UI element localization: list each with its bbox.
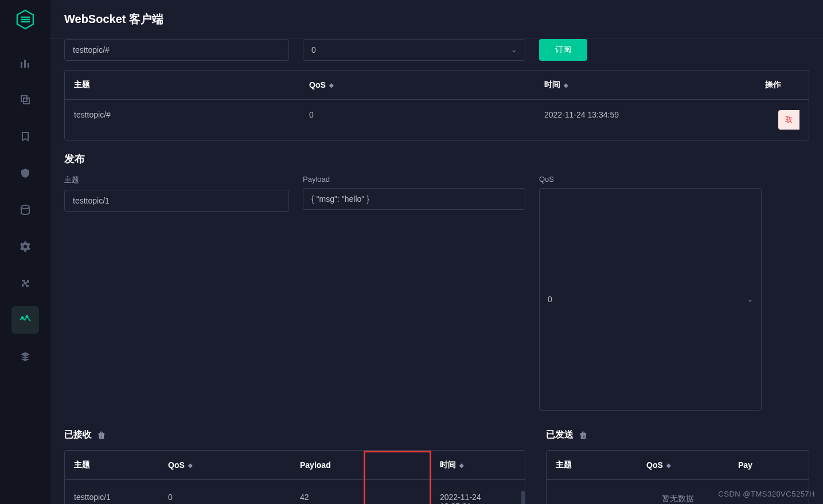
svg-rect-5 [24,60,26,68]
nav-monitor-icon[interactable] [11,306,39,334]
nav-copy-icon[interactable] [11,86,39,114]
publish-section-title: 发布 [64,152,809,166]
nav-stack-icon[interactable] [11,343,39,370]
sidebar [0,0,50,504]
sort-icon: ◆ [329,82,334,88]
table-row: testtopic/10422022-11-2413:35:01 [65,480,525,504]
th-time[interactable]: 时间◆ [544,80,765,90]
th-topic: 主题 [74,80,309,90]
received-table: 主题 QoS◆ Payload 时间◆ testtopic/10422022-1… [64,450,525,504]
nav-shield-icon[interactable] [11,159,39,187]
unsubscribe-button[interactable]: 取 [778,110,799,130]
subscribe-button[interactable]: 订阅 [539,39,587,61]
publish-payload-input[interactable] [303,188,525,210]
received-title: 已接收 🗑 [64,429,525,441]
sort-icon: ◆ [666,462,671,468]
nav-gear-icon[interactable] [11,233,39,260]
watermark: CSDN @TMS320VC5257H [718,490,815,498]
page-title: WebSocket 客户端 [64,11,163,27]
chevron-down-icon: ⌄ [747,295,753,303]
subscriptions-table: 主题 QoS◆ 时间◆ 操作 testtopic/# 0 2022-11-24 … [64,70,809,140]
th-qos[interactable]: QoS◆ [309,80,544,90]
svg-point-9 [21,205,29,209]
table-row: testtopic/# 0 2022-11-24 13:34:59 取 [65,100,809,140]
sort-icon: ◆ [564,82,568,88]
scrollbar[interactable] [521,491,525,504]
publish-topic-input[interactable] [64,190,289,212]
nav-bookmark-icon[interactable] [11,123,39,150]
sent-title: 已发送 🗑 [546,429,809,441]
publish-qos-label: QoS [539,175,762,183]
svg-rect-6 [28,63,29,68]
nav-dashboard-icon[interactable] [11,49,39,77]
publish-payload-label: Payload [303,175,525,183]
chevron-down-icon: ⌄ [511,46,517,54]
page-header: WebSocket 客户端 [50,0,823,39]
app-logo [11,6,39,33]
sort-icon: ◆ [188,462,193,468]
trash-icon[interactable]: 🗑 [97,431,106,440]
th-op: 操作 [765,80,799,90]
sort-icon: ◆ [459,462,464,468]
publish-topic-label: 主题 [64,175,289,185]
subscribe-qos-select[interactable]: 0 ⌄ [303,39,525,61]
publish-qos-select[interactable]: 0 ⌄ [539,188,762,411]
svg-point-10 [22,317,24,319]
nav-database-icon[interactable] [11,196,39,224]
subscribe-topic-input[interactable] [64,39,289,61]
svg-point-11 [26,316,28,318]
trash-icon[interactable]: 🗑 [579,431,587,440]
nav-puzzle-icon[interactable] [11,269,39,297]
svg-rect-4 [21,62,22,68]
